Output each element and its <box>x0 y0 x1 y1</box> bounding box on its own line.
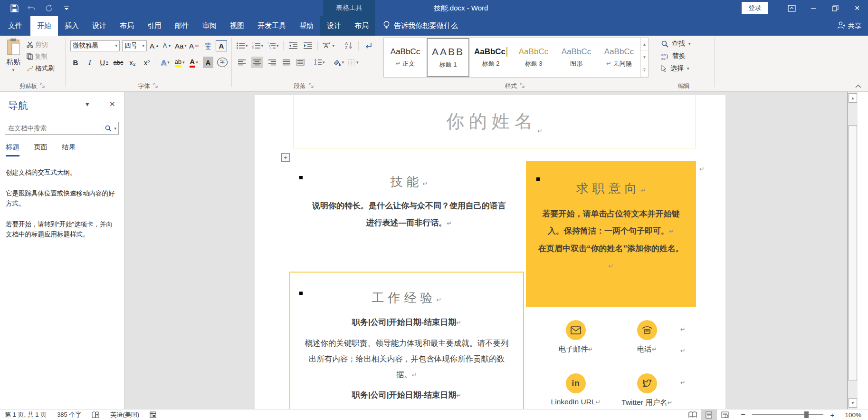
redo-icon[interactable] <box>44 3 54 13</box>
search-dropdown-icon[interactable]: ▾ <box>114 126 116 131</box>
character-shading-button[interactable]: A <box>203 57 213 68</box>
vertical-scrollbar[interactable]: ▲ ▼ <box>847 92 858 409</box>
experience-role-line-2[interactable]: 职务|公司|开始日期-结束日期↵ <box>290 387 523 404</box>
dialog-launcher-icon[interactable] <box>40 83 46 89</box>
styles-scroll-up-icon[interactable]: ▲ <box>641 38 648 51</box>
decrease-indent-button[interactable] <box>288 40 298 51</box>
replace-button[interactable]: abac 替换 <box>661 52 691 60</box>
experience-heading[interactable]: 工作经验↵ <box>290 290 523 306</box>
minimize-button[interactable]: ─ <box>802 0 824 16</box>
contact-linkedin[interactable]: in LinkedIn URL↵ <box>547 373 604 406</box>
justify-button[interactable] <box>281 57 292 68</box>
superscript-button[interactable]: x² <box>142 57 152 68</box>
read-mode-view-icon[interactable] <box>685 410 701 420</box>
tab-design[interactable]: 设计 <box>86 16 113 36</box>
font-size-combo[interactable]: 四号▾ <box>122 40 147 51</box>
objective-heading[interactable]: 求职意向↵ <box>526 180 696 197</box>
grow-font-button[interactable]: A▲ <box>149 40 160 51</box>
zoom-percentage[interactable]: 100% <box>837 411 861 419</box>
zoom-in-button[interactable]: + <box>828 411 837 419</box>
dialog-launcher-icon[interactable] <box>309 83 315 89</box>
line-spacing-button[interactable]: ▾ <box>314 57 325 68</box>
copy-button[interactable]: 复制 <box>27 52 55 61</box>
table-move-handle[interactable]: + <box>281 153 290 162</box>
restore-button[interactable] <box>824 0 846 16</box>
search-input[interactable] <box>5 125 103 132</box>
proofing-status-icon[interactable] <box>92 411 100 419</box>
sort-button[interactable]: AZ <box>343 40 354 51</box>
web-layout-view-icon[interactable] <box>717 410 733 420</box>
customize-qat-icon[interactable] <box>62 3 72 13</box>
text-effects-button[interactable]: A▾ <box>160 57 171 68</box>
language-status[interactable]: 英语(美国) <box>110 410 139 419</box>
shading-button[interactable]: ▾ <box>333 57 344 68</box>
tab-file[interactable]: 文件 <box>0 16 30 36</box>
tab-references[interactable]: 引用 <box>141 16 168 36</box>
subscript-button[interactable]: x₂ <box>127 57 138 68</box>
share-button[interactable]: 共享 <box>837 16 861 36</box>
skills-heading[interactable]: 技能↵ <box>295 174 523 190</box>
page-number-status[interactable]: 第 1 页, 共 1 页 <box>5 410 47 419</box>
scroll-down-icon[interactable]: ▼ <box>849 398 857 408</box>
style-normal[interactable]: AaBbCc ↵ 正文 <box>384 38 427 77</box>
nav-options-dropdown-icon[interactable]: ▾ <box>86 100 89 108</box>
numbering-button[interactable]: 123▾ <box>252 40 264 51</box>
italic-button[interactable]: I <box>85 57 95 68</box>
font-name-combo[interactable]: 微软雅黑▾ <box>70 40 120 51</box>
clear-formatting-button[interactable]: A <box>189 40 200 51</box>
word-count-status[interactable]: 385 个字 <box>57 410 81 419</box>
style-heading1[interactable]: AABB 标题 1 <box>427 38 469 77</box>
nav-tab-pages[interactable]: 页面 <box>34 143 48 156</box>
tab-insert[interactable]: 插入 <box>58 16 86 36</box>
experience-section[interactable]: 工作经验↵ 职务|公司|开始日期-结束日期↵ 概述你的关键职责、领导能力体现和最… <box>289 272 524 409</box>
scroll-up-icon[interactable]: ▲ <box>849 93 857 103</box>
nav-tab-headings[interactable]: 标题 <box>6 143 19 156</box>
phonetic-guide-button[interactable]: wén 文 <box>203 40 213 51</box>
experience-paragraph[interactable]: 概述你的关键职责、领导能力体现和最主要成就。请不要列出所有内容；给出相关内容，并… <box>290 335 523 383</box>
contact-email[interactable]: 电子邮件↵ <box>547 320 604 354</box>
document-page[interactable]: 你的姓名 ↵ + 技能↵ 说明你的特长。是什么让你与众不同？使用自己的语言进行表… <box>255 95 725 409</box>
enclose-characters-button[interactable]: 字 <box>217 58 228 67</box>
dialog-launcher-icon[interactable] <box>520 83 525 89</box>
align-right-button[interactable] <box>267 57 277 68</box>
scrollbar-thumb[interactable] <box>849 125 857 381</box>
zoom-out-button[interactable]: − <box>739 410 747 419</box>
asian-layout-button[interactable]: A▾ <box>322 40 335 51</box>
paste-button[interactable]: 粘贴 ▾ <box>3 39 24 72</box>
collapse-ribbon-icon[interactable] <box>853 82 863 90</box>
nav-close-icon[interactable]: ✕ <box>109 100 115 108</box>
tab-view[interactable]: 视图 <box>223 16 251 36</box>
zoom-slider-thumb[interactable] <box>804 411 809 418</box>
tab-table-layout[interactable]: 布局 <box>348 16 375 36</box>
sign-in-button[interactable]: 登录 <box>742 2 768 14</box>
multilevel-list-button[interactable]: 1ai▾ <box>267 40 279 51</box>
macro-record-icon[interactable] <box>150 411 157 418</box>
select-button[interactable]: 选择▾ <box>661 64 691 73</box>
bold-button[interactable]: B <box>70 57 81 68</box>
ribbon-display-options-icon[interactable] <box>781 0 802 16</box>
find-button[interactable]: 查找▾ <box>661 39 691 48</box>
skills-body[interactable]: 说明你的特长。是什么让你与众不同？使用自己的语言进行表述—而非行话。↵ <box>295 197 523 232</box>
objective-paragraph-2[interactable]: 在页眉中双击“你的姓名”添加你的姓名。↵ <box>526 240 696 275</box>
paste-dropdown-icon[interactable]: ▾ <box>3 68 24 72</box>
tab-table-design[interactable]: 设计 <box>320 16 348 36</box>
cut-button[interactable]: 剪切 <box>27 40 55 49</box>
style-heading3[interactable]: AaBbCc 标题 3 <box>512 38 555 77</box>
objective-section[interactable]: 求职意向↵ 若要开始，请单击占位符文本并开始键入。保持简洁：一两个句子即可。↵ … <box>526 161 696 307</box>
print-layout-view-icon[interactable] <box>701 410 717 420</box>
tab-developer[interactable]: 开发工具 <box>251 16 293 36</box>
tab-layout[interactable]: 布局 <box>113 16 141 36</box>
skills-section[interactable]: 技能↵ 说明你的特长。是什么让你与众不同？使用自己的语言进行表述—而非行话。↵ <box>295 174 523 232</box>
zoom-slider[interactable] <box>752 414 823 415</box>
shrink-font-button[interactable]: A▼ <box>162 40 172 51</box>
styles-more-icon[interactable]: ⊽ <box>641 64 648 77</box>
save-icon[interactable] <box>10 3 19 13</box>
increase-indent-button[interactable] <box>303 40 313 51</box>
style-heading2[interactable]: AaBbCc 标题 2 <box>469 38 512 77</box>
strikethrough-button[interactable]: abc <box>113 57 124 68</box>
show-hide-marks-button[interactable] <box>363 40 373 51</box>
styles-scroll-down-icon[interactable]: ▼ <box>641 51 648 64</box>
header-name-box[interactable]: 你的姓名 ↵ <box>293 95 696 148</box>
character-border-button[interactable]: A <box>216 40 227 51</box>
change-case-button[interactable]: Aa▾ <box>175 40 187 51</box>
